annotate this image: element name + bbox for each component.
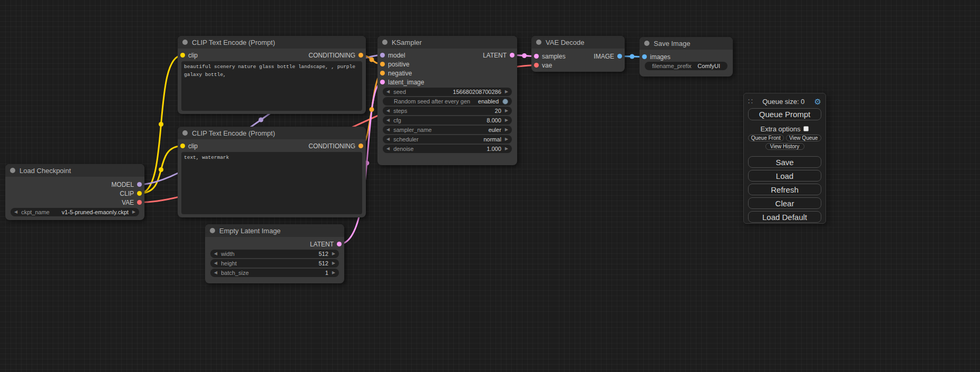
decrement-icon[interactable] xyxy=(386,118,390,122)
node-title: Save Image xyxy=(654,40,690,47)
node-status-dot xyxy=(536,40,541,45)
vae-output-port[interactable] xyxy=(137,200,142,205)
queue-prompt-button[interactable]: Queue Prompt xyxy=(748,108,821,120)
input-label: samples xyxy=(542,53,566,60)
scheduler-combo-widget[interactable]: scheduler normal xyxy=(383,135,512,144)
conditioning-output-port[interactable] xyxy=(358,144,363,148)
increment-icon[interactable] xyxy=(505,90,508,94)
node-header[interactable]: VAE Decode xyxy=(531,36,625,49)
node-status-dot xyxy=(644,41,649,46)
decrement-icon[interactable] xyxy=(386,109,390,113)
prev-value-icon[interactable] xyxy=(14,210,17,214)
latent-output-port[interactable] xyxy=(337,242,342,246)
negative-prompt-textarea[interactable]: text, watermark xyxy=(181,152,362,214)
clip-input-port[interactable] xyxy=(180,53,185,58)
height-number-widget[interactable]: height 512 xyxy=(210,259,339,268)
clip-output-port[interactable] xyxy=(137,191,142,196)
decrement-icon[interactable] xyxy=(386,90,390,94)
queue-actions-row: Queue Front View Queue xyxy=(748,135,821,141)
slot-row: images xyxy=(639,52,733,61)
cfg-number-widget[interactable]: cfg 8.000 xyxy=(383,116,512,125)
increment-icon[interactable] xyxy=(505,147,508,151)
node-empty-latent-image[interactable]: Empty Latent Image LATENT width 512 heig… xyxy=(205,224,344,283)
node-status-dot xyxy=(382,40,387,45)
output-slot-model: MODEL xyxy=(5,180,144,189)
model-output-port[interactable] xyxy=(137,182,142,187)
node-status-dot xyxy=(10,168,15,173)
prev-value-icon[interactable] xyxy=(386,128,390,132)
next-value-icon[interactable] xyxy=(505,137,508,141)
sampler-name-combo-widget[interactable]: sampler_name euler xyxy=(383,126,512,134)
decrement-icon[interactable] xyxy=(214,261,217,265)
node-ksampler[interactable]: KSampler model LATENT positive negative xyxy=(377,36,517,165)
width-number-widget[interactable]: width 512 xyxy=(210,250,339,258)
input-label: positive xyxy=(388,61,410,68)
widget-value: enabled xyxy=(478,98,499,104)
decrement-icon[interactable] xyxy=(214,271,217,275)
load-default-button[interactable]: Load Default xyxy=(748,211,821,223)
increment-icon[interactable] xyxy=(505,109,508,113)
decrement-icon[interactable] xyxy=(214,252,217,256)
batch-size-number-widget[interactable]: batch_size 1 xyxy=(210,269,339,277)
positive-input-port[interactable] xyxy=(380,62,385,66)
random-seed-toggle-widget[interactable]: Random seed after every gen enabled xyxy=(383,97,512,106)
node-clip-text-encode-positive[interactable]: CLIP Text Encode (Prompt) clip CONDITION… xyxy=(178,36,366,114)
node-title: Load Checkpoint xyxy=(20,167,71,175)
increment-icon[interactable] xyxy=(332,271,335,275)
images-input-port[interactable] xyxy=(642,54,647,59)
node-header[interactable]: CLIP Text Encode (Prompt) xyxy=(178,127,366,139)
node-save-image[interactable]: Save Image images filename_prefix ComfyU… xyxy=(639,37,733,77)
seed-number-widget[interactable]: seed 156680208700286 xyxy=(383,88,512,96)
model-input-port[interactable] xyxy=(380,53,385,58)
queue-front-button[interactable]: Queue Front xyxy=(748,135,784,141)
view-history-button[interactable]: View History xyxy=(765,143,804,150)
node-vae-decode[interactable]: VAE Decode samples IMAGE vae xyxy=(531,36,625,72)
decrement-icon[interactable] xyxy=(386,147,390,151)
widget-label: steps xyxy=(393,108,494,114)
node-header[interactable]: KSampler xyxy=(377,36,517,49)
node-title: CLIP Text Encode (Prompt) xyxy=(192,39,275,46)
latent-output-port[interactable] xyxy=(510,53,515,58)
widget-label: filename_prefix xyxy=(652,63,697,69)
node-clip-text-encode-negative[interactable]: CLIP Text Encode (Prompt) clip CONDITION… xyxy=(178,127,366,217)
node-header[interactable]: Save Image xyxy=(639,37,733,50)
view-queue-button[interactable]: View Queue xyxy=(786,135,822,141)
output-slot-latent: LATENT xyxy=(205,240,344,249)
widget-value: 156680208700286 xyxy=(453,89,501,95)
increment-icon[interactable] xyxy=(332,252,335,256)
refresh-button[interactable]: Refresh xyxy=(748,184,821,195)
denoise-number-widget[interactable]: denoise 1.000 xyxy=(383,145,512,153)
slot-row: samples IMAGE xyxy=(531,52,625,61)
node-load-checkpoint[interactable]: Load Checkpoint MODEL CLIP VAE ckpt_name… xyxy=(5,164,144,220)
filename-prefix-widget[interactable]: filename_prefix ComfyUI xyxy=(645,62,727,70)
slot-row: positive xyxy=(377,60,517,69)
increment-icon[interactable] xyxy=(332,261,335,265)
next-value-icon[interactable] xyxy=(132,210,135,214)
clear-button[interactable]: Clear xyxy=(748,197,821,209)
steps-number-widget[interactable]: steps 20 xyxy=(383,107,512,115)
image-output-port[interactable] xyxy=(617,54,622,59)
node-header[interactable]: Empty Latent Image xyxy=(205,224,344,237)
clip-input-port[interactable] xyxy=(180,144,185,148)
samples-input-port[interactable] xyxy=(534,54,539,59)
save-button[interactable]: Save xyxy=(748,156,821,168)
queue-menu-panel: Queue size: 0 Queue Prompt Extra options… xyxy=(743,93,826,224)
conditioning-output-port[interactable] xyxy=(358,53,363,58)
negative-input-port[interactable] xyxy=(380,71,385,75)
node-header[interactable]: Load Checkpoint xyxy=(5,164,144,177)
toggle-knob-icon[interactable] xyxy=(502,99,508,104)
vae-input-port[interactable] xyxy=(534,63,539,68)
ckpt-name-combo-widget[interactable]: ckpt_name v1-5-pruned-emaonly.ckpt xyxy=(11,208,139,216)
extra-options-checkbox[interactable] xyxy=(803,126,809,131)
next-value-icon[interactable] xyxy=(505,128,508,132)
latent-image-input-port[interactable] xyxy=(380,80,385,84)
load-button[interactable]: Load xyxy=(748,170,821,182)
prev-value-icon[interactable] xyxy=(386,137,390,141)
menu-drag-handle-icon[interactable] xyxy=(748,98,753,105)
node-header[interactable]: CLIP Text Encode (Prompt) xyxy=(178,36,366,49)
settings-gear-icon[interactable] xyxy=(814,98,821,106)
link-midpoint-dot xyxy=(370,58,374,62)
increment-icon[interactable] xyxy=(505,118,508,122)
widget-value: euler xyxy=(488,127,501,133)
positive-prompt-textarea[interactable]: beautiful scenery nature glass bottle la… xyxy=(181,61,362,111)
